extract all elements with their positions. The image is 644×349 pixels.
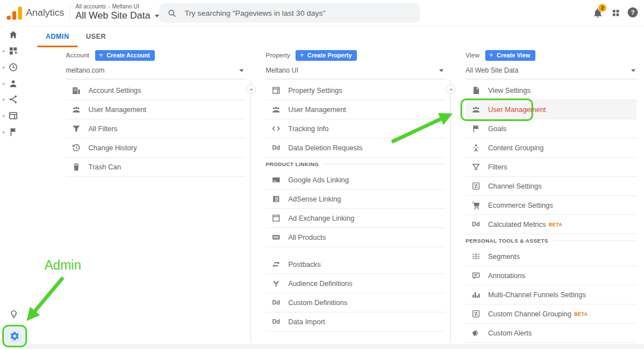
item-label: Postbacks: [288, 261, 321, 269]
property-selector[interactable]: Meltano UI: [266, 65, 445, 79]
account-item-trash-can[interactable]: Trash Can: [66, 158, 245, 177]
account-column-header: Account+Create Account: [66, 50, 245, 61]
view-item-custom-channel-grouping[interactable]: Custom Channel GroupingBETA: [466, 305, 637, 324]
property-item-audience-definitions[interactable]: Audience Definitions: [266, 274, 445, 293]
sidebar-item-acquisition[interactable]: ▸: [0, 92, 26, 106]
expand-caret-icon: ▸: [3, 129, 5, 135]
column-divider: [450, 80, 451, 342]
plus-icon: +: [489, 52, 494, 58]
adx-icon: [271, 213, 281, 223]
section-label: PERSONAL TOOLS & ASSETS: [466, 238, 548, 244]
view-item-content-grouping[interactable]: Content Grouping: [466, 138, 637, 158]
notification-count-badge: 2: [598, 3, 607, 12]
property-item-property-settings[interactable]: Property Settings: [266, 81, 445, 100]
view-item-annotations[interactable]: Annotations: [466, 266, 637, 285]
create-property-button[interactable]: +Create Property: [296, 50, 356, 61]
sidebar-item-audience[interactable]: ▸: [0, 76, 26, 91]
view-item-calculated-metrics[interactable]: DdCalculated MetricsBETA: [466, 215, 637, 234]
view-item-user-management[interactable]: User Management: [466, 100, 637, 119]
sidebar-item-home[interactable]: [0, 27, 26, 42]
breadcrumb[interactable]: All accounts › Meltano UI: [75, 3, 139, 10]
property-item-user-management[interactable]: User Management: [266, 100, 445, 119]
property-item-data-import[interactable]: DdData Import: [266, 312, 445, 332]
account-item-account-settings[interactable]: Account Settings: [66, 81, 245, 100]
account-item-change-history[interactable]: Change History: [66, 138, 245, 158]
view-item-multi-channel-funnels-settings[interactable]: Multi-Channel Funnels Settings: [466, 285, 637, 305]
item-label: Custom Channel Grouping: [488, 310, 571, 318]
logo-bar: [7, 16, 11, 20]
item-label: Data Import: [288, 318, 325, 326]
expand-caret-icon: ▸: [3, 97, 5, 102]
account-selector[interactable]: meltano.com: [66, 65, 245, 79]
logo-bar: [12, 11, 16, 20]
apps-grid-icon[interactable]: [611, 8, 620, 17]
item-label: View Settings: [488, 87, 531, 95]
property-item-all-products[interactable]: All Products: [266, 228, 445, 247]
expand-caret-icon: ▸: [3, 65, 5, 70]
property-item-adsense-linking[interactable]: AdSense Linking: [266, 190, 445, 209]
column-divider: [251, 80, 251, 342]
button-label: Create Account: [106, 52, 150, 59]
people-icon: [471, 105, 481, 114]
view-item-segments[interactable]: Segments: [466, 247, 637, 266]
collapse-column-button[interactable]: [246, 84, 256, 94]
property-menu: Property SettingsUser ManagementTracking…: [266, 81, 445, 332]
realtime-icon: [8, 62, 19, 73]
history-icon: [71, 143, 81, 153]
trash-icon: [71, 162, 81, 172]
item-label: AdSense Linking: [288, 195, 341, 203]
sidebar-item-realtime[interactable]: ▸: [0, 60, 26, 74]
arrow-right-icon: [248, 87, 254, 92]
view-item-view-settings[interactable]: View Settings: [466, 81, 637, 100]
search-input[interactable]: [184, 8, 412, 18]
view-selector[interactable]: All Web Site Data: [466, 65, 637, 79]
view-item-ecommerce-settings[interactable]: Ecommerce Settings: [466, 196, 637, 215]
item-label: Calculated Metrics: [488, 221, 546, 229]
acquisition-icon: [8, 94, 19, 105]
property-item-postbacks[interactable]: Postbacks: [266, 255, 445, 274]
home-icon: [8, 29, 19, 40]
filter-icon: [71, 124, 81, 133]
account-menu: Account SettingsUser ManagementAll Filte…: [66, 81, 245, 177]
sidebar-item-customization[interactable]: ▸: [0, 43, 26, 58]
dd-icon: Dd: [271, 317, 281, 326]
help-icon[interactable]: ?: [628, 7, 638, 17]
analytics-admin-page: Analytics All accounts › Meltano UI All …: [0, 0, 644, 349]
create-account-button[interactable]: +Create Account: [95, 50, 155, 61]
column-label-view: View: [466, 52, 480, 59]
page-title: All Web Site Data: [75, 10, 150, 21]
discover-lightbulb-icon[interactable]: [9, 310, 19, 319]
admin-gear-button[interactable]: [5, 327, 25, 345]
view-column: View+Create ViewAll Web Site DataView Se…: [466, 50, 637, 343]
sidebar-item-behavior[interactable]: ▸: [0, 108, 26, 123]
view-item-channel-settings[interactable]: Channel Settings: [466, 177, 637, 196]
property-item-google-ads-linking[interactable]: Google Ads Linking: [266, 171, 445, 190]
view-item-goals[interactable]: Goals: [466, 119, 637, 138]
item-label: Segments: [488, 253, 520, 261]
analytics-logo-icon[interactable]: [7, 6, 23, 20]
property-item-tracking-info[interactable]: Tracking Info: [266, 119, 445, 138]
create-view-button[interactable]: +Create View: [485, 50, 535, 61]
view-item-filters[interactable]: Filters: [466, 158, 637, 177]
window-icon: [271, 86, 281, 95]
account-item-user-management[interactable]: User Management: [66, 100, 245, 119]
sidebar-item-conversions[interactable]: ▸: [0, 124, 26, 139]
search-bar[interactable]: [159, 3, 420, 23]
column-label-property: Property: [266, 52, 290, 59]
section-label: PRODUCT LINKING: [266, 161, 319, 167]
item-label: Ad Exchange Linking: [288, 214, 354, 222]
collapse-column-button[interactable]: [446, 84, 455, 94]
view-item-custom-alerts[interactable]: Custom Alerts: [466, 324, 637, 343]
tab-user[interactable]: USER: [78, 28, 114, 45]
account-switcher[interactable]: All Web Site Data: [75, 10, 159, 21]
tab-admin[interactable]: ADMIN: [37, 28, 78, 45]
property-item-custom-definitions[interactable]: DdCustom Definitions: [266, 293, 445, 312]
audiencey-icon: [271, 279, 281, 288]
account-item-all-filters[interactable]: All Filters: [66, 119, 245, 138]
beta-badge: BETA: [574, 311, 588, 317]
item-label: Multi-Channel Funnels Settings: [488, 291, 586, 299]
admin-annotation-label: Admin: [44, 258, 81, 273]
property-item-ad-exchange-linking[interactable]: Ad Exchange Linking: [266, 209, 445, 228]
item-label: Change History: [88, 144, 137, 152]
property-item-data-deletion-requests[interactable]: DdData Deletion Requests: [266, 138, 445, 158]
